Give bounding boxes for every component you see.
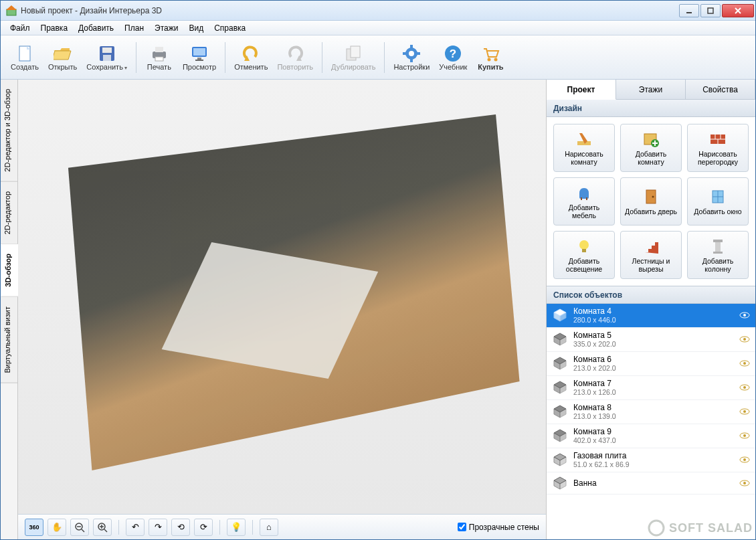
tab-2d-editor[interactable]: 2D-редактор (1, 182, 17, 244)
draw-room-button[interactable]: Нарисовать комнату (553, 124, 615, 172)
object-row[interactable]: Комната 6213.0 x 202.0 (547, 352, 755, 376)
menu-plan[interactable]: План (119, 22, 149, 34)
bulb-icon: 💡 (231, 522, 242, 532)
buy-button[interactable]: Купить (472, 38, 509, 77)
tab-floors[interactable]: Этажи (616, 80, 686, 99)
add-lighting-button[interactable]: Добавить освещение (553, 231, 615, 279)
menubar: Файл Правка Добавить План Этажи Вид Спра… (1, 21, 755, 35)
folder-open-icon (54, 44, 72, 63)
object-row[interactable]: Комната 7213.0 x 126.0 (547, 376, 755, 400)
preview-button[interactable]: Просмотр (178, 38, 221, 77)
settings-button[interactable]: Настройки (389, 38, 434, 77)
rotate-left-button[interactable]: ↶ (126, 519, 145, 536)
svg-point-71 (743, 362, 746, 365)
svg-rect-7 (102, 48, 112, 53)
floppy-icon (98, 44, 116, 63)
visibility-icon[interactable] (739, 312, 750, 319)
zoom-in-button[interactable] (93, 519, 112, 536)
add-column-button[interactable]: Добавить колонну (687, 231, 749, 279)
object-name: Комната 6 (573, 355, 739, 364)
tab-2d-3d-combo[interactable]: 2D-редактор и 3D-обзор (1, 80, 17, 182)
add-window-button[interactable]: Добавить окно (687, 177, 749, 226)
tab-virtual-visit[interactable]: Виртуальный визит (1, 297, 17, 383)
tilt-right-button[interactable]: ⟳ (194, 519, 213, 536)
visibility-icon[interactable] (739, 408, 750, 415)
undo-button[interactable]: Отменить (229, 38, 272, 77)
transparent-walls-checkbox[interactable]: Прозрачные стены (458, 523, 539, 532)
object-row[interactable]: Комната 5335.0 x 202.0 (547, 328, 755, 352)
object-row[interactable]: Ванна (547, 472, 755, 494)
3d-scene[interactable] (18, 80, 546, 514)
menu-file[interactable]: Файл (5, 22, 35, 34)
tilt-left-icon: ⟲ (177, 522, 185, 532)
tilt-left-button[interactable]: ⟲ (171, 519, 190, 536)
add-furniture-button[interactable]: Добавить мебель (553, 177, 615, 226)
maximize-button[interactable] (700, 4, 721, 17)
object-row[interactable]: Комната 8213.0 x 139.0 (547, 400, 755, 424)
room-plus-icon (642, 130, 660, 149)
home-view-button[interactable]: ⌂ (260, 519, 278, 536)
print-button[interactable]: Печать (140, 38, 178, 77)
tab-properties[interactable]: Свойства (686, 80, 755, 99)
svg-rect-11 (155, 57, 163, 61)
menu-view[interactable]: Вид (183, 22, 209, 34)
object-list[interactable]: Комната 4280.0 x 446.0Комната 5335.0 x 2… (547, 304, 755, 539)
chair-icon (575, 183, 593, 202)
menu-edit[interactable]: Правка (35, 22, 74, 34)
home-icon: ⌂ (266, 522, 272, 532)
menu-help[interactable]: Справка (209, 22, 251, 34)
lighting-button[interactable]: 💡 (227, 519, 246, 536)
visibility-icon[interactable] (739, 480, 750, 486)
svg-rect-24 (403, 52, 406, 55)
tilt-right-icon: ⟳ (200, 522, 207, 532)
create-button[interactable]: Создать (6, 38, 43, 77)
visibility-icon[interactable] (739, 336, 750, 343)
svg-rect-45 (581, 197, 582, 200)
add-door-button[interactable]: Добавить дверь (620, 177, 682, 226)
visibility-icon[interactable] (739, 432, 750, 439)
right-tabs: Проект Этажи Свойства (547, 80, 755, 100)
duplicate-button[interactable]: Дублировать (326, 38, 380, 77)
view-360-button[interactable]: 360 (25, 519, 43, 536)
window-icon (708, 187, 727, 206)
monitor-icon (190, 44, 209, 63)
redo-button[interactable]: Повторить (272, 38, 318, 77)
pan-button[interactable]: ✋ (48, 519, 66, 536)
object-row[interactable]: Газовая плита51.0 x 62.1 x 86.9 (547, 448, 755, 472)
tab-project[interactable]: Проект (547, 80, 616, 100)
printer-icon (150, 44, 169, 63)
draw-wall-button[interactable]: Нарисовать перегородку (687, 124, 749, 172)
svg-marker-1 (6, 5, 17, 10)
zoom-out-icon (74, 522, 85, 533)
menu-floors[interactable]: Этажи (149, 22, 183, 34)
object-row[interactable]: Комната 4280.0 x 446.0 (547, 304, 755, 328)
tab-3d-view[interactable]: 3D-обзор (1, 244, 18, 297)
close-button[interactable] (722, 4, 754, 17)
object-dimensions: 402.0 x 437.0 (573, 436, 739, 445)
add-room-button[interactable]: Добавить комнату (620, 124, 682, 172)
svg-rect-47 (646, 190, 656, 203)
visibility-icon[interactable] (739, 384, 750, 391)
stairs-button[interactable]: Лестницы и вырезы (620, 231, 682, 279)
save-button[interactable]: Сохранить▾ (82, 38, 132, 77)
zoom-out-button[interactable] (70, 519, 89, 536)
object-row[interactable]: Комната 9402.0 x 437.0 (547, 424, 755, 448)
content-area: 2D-редактор и 3D-обзор 2D-редактор 3D-об… (1, 80, 755, 539)
minimize-button[interactable] (679, 4, 699, 17)
appliance-icon (552, 475, 568, 491)
undo-icon (242, 44, 260, 63)
visibility-icon[interactable] (739, 360, 750, 367)
svg-rect-15 (195, 60, 203, 61)
design-buttons: Нарисовать комнату Добавить комнату Нари… (547, 117, 755, 286)
open-button[interactable]: Открыть (43, 38, 82, 77)
object-dimensions: 335.0 x 202.0 (573, 340, 739, 349)
rotate-right-button[interactable]: ↷ (149, 519, 167, 536)
transparent-walls-input[interactable] (458, 523, 466, 531)
tutorial-button[interactable]: ?Учебник (434, 38, 472, 77)
visibility-icon[interactable] (739, 456, 750, 463)
floor-plan-3d (44, 114, 519, 470)
rotate-left-icon: ↶ (132, 522, 139, 532)
menu-add[interactable]: Добавить (73, 22, 119, 34)
app-window: Новый проект - Дизайн Интерьера 3D Файл … (0, 0, 756, 540)
chevron-down-icon: ▾ (124, 65, 127, 71)
